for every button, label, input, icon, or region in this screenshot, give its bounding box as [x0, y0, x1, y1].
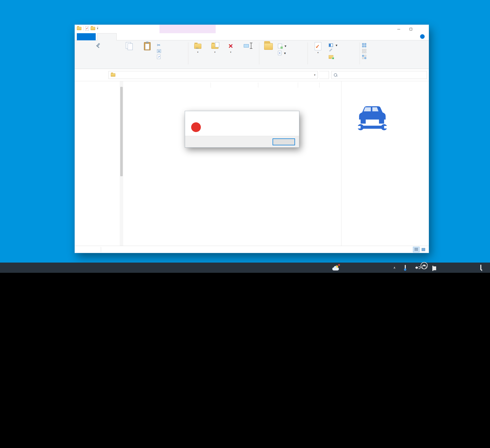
divider [360, 42, 360, 64]
error-dialog [185, 111, 299, 147]
column-headers [123, 81, 341, 89]
divider [188, 42, 188, 64]
file-list [123, 81, 341, 246]
easy-access-icon: ≡ [278, 51, 281, 55]
group-label-new [261, 63, 307, 68]
copy-button[interactable] [121, 41, 138, 62]
group-label-open [312, 63, 343, 68]
history-button[interactable] [329, 54, 335, 60]
desktop[interactable]: ✓ ▾ [0, 0, 490, 273]
address-bar[interactable]: ▾ [108, 71, 318, 79]
properties-button[interactable]: ✓ ▾ [309, 41, 327, 62]
screen-cast-icon[interactable] [405, 265, 406, 276]
move-to-button[interactable]: ← ▾ [190, 41, 206, 62]
tab-file[interactable] [77, 33, 96, 40]
ok-button[interactable] [273, 138, 295, 145]
status-bar [75, 246, 429, 253]
copy-to-button[interactable]: ▾ [207, 41, 223, 62]
cut-button[interactable]: ✂ [157, 42, 162, 48]
scroll-up-icon[interactable] [120, 81, 123, 85]
screen: ✓ ▾ [0, 0, 490, 448]
group-label-select [362, 63, 403, 68]
divider [308, 42, 308, 64]
divider [83, 26, 83, 31]
ribbon-tab-row [75, 33, 429, 40]
list-view-icon [414, 248, 418, 251]
close-button[interactable] [417, 25, 429, 33]
delete-button[interactable]: × ▾ [224, 41, 238, 62]
grid-view-icon [422, 248, 425, 251]
easy-access-button[interactable]: ≡ ▾ [278, 50, 286, 56]
help-icon[interactable] [420, 34, 425, 39]
window-controls [393, 25, 429, 33]
paste-button[interactable] [139, 41, 155, 62]
taskbar: ∧ [0, 263, 490, 273]
maximize-button[interactable] [405, 25, 417, 33]
invert-selection-icon [362, 55, 366, 59]
tab-home[interactable] [97, 33, 117, 40]
rename-button[interactable] [238, 41, 258, 62]
folder-icon [111, 73, 115, 77]
properties-check-icon[interactable]: ✓ [85, 26, 89, 31]
ribbon: ✂ w ↗ ← ▾ [75, 40, 429, 69]
paste-shortcut-icon: ↗ [157, 55, 161, 59]
copy-path-button[interactable]: w [157, 48, 162, 54]
scrollbar-thumb[interactable] [120, 87, 123, 176]
customize-qat-chevron-icon[interactable]: ▾ [97, 27, 98, 30]
weather-widget[interactable] [332, 263, 344, 273]
minimize-button[interactable] [393, 25, 405, 33]
new-folder-button[interactable] [261, 41, 276, 62]
move-to-icon: ← [193, 42, 202, 50]
select-none-button[interactable] [362, 48, 368, 54]
details-pane [341, 81, 429, 246]
scissors-icon: ✂ [157, 43, 160, 48]
action-center-icon[interactable] [480, 265, 481, 275]
details-view-button[interactable] [413, 247, 420, 252]
tray-overflow-chevron-icon[interactable]: ∧ [393, 266, 396, 276]
paste-icon [144, 42, 151, 50]
new-item-button[interactable]: ▾ [278, 43, 286, 49]
divider [259, 42, 259, 64]
open-icon [329, 43, 333, 47]
explorer-window: ✓ ▾ [75, 25, 429, 253]
dialog-close-button[interactable] [288, 111, 299, 119]
tab-app-tools[interactable] [164, 33, 216, 40]
title-bar[interactable]: ✓ ▾ [75, 25, 429, 33]
folder-icon[interactable] [77, 27, 81, 30]
edit-button[interactable] [329, 48, 334, 54]
contextual-tab-header [160, 25, 216, 33]
copy-icon [126, 42, 133, 50]
navigation-bar: ▾ [75, 69, 429, 81]
tab-view[interactable] [143, 33, 160, 40]
pushpin-icon [94, 42, 102, 50]
pin-to-quick-access-button[interactable] [77, 41, 119, 62]
address-dropdown-chevron-icon[interactable]: ▾ [314, 73, 315, 77]
paste-shortcut-button[interactable]: ↗ [157, 54, 162, 60]
tab-share[interactable] [118, 33, 142, 40]
invert-selection-button[interactable] [362, 54, 368, 60]
group-label-clipboard [133, 63, 177, 68]
history-icon [329, 55, 333, 59]
new-folder-icon[interactable] [91, 27, 95, 30]
error-icon [191, 122, 201, 132]
delete-x-icon: × [228, 42, 233, 50]
copy-path-icon: w [157, 49, 161, 53]
select-all-button[interactable] [362, 42, 368, 48]
search-input[interactable] [331, 71, 427, 79]
car-app-preview-icon [356, 103, 389, 130]
properties-icon: ✓ [315, 42, 321, 50]
select-none-icon [362, 49, 366, 53]
rename-icon [244, 42, 252, 50]
sidebar-scrollbar[interactable] [120, 81, 123, 246]
new-folder-icon [264, 43, 273, 50]
thumbnails-view-button[interactable] [420, 247, 427, 252]
quick-access-toolbar: ✓ ▾ [77, 26, 98, 31]
battery-icon[interactable] [432, 266, 433, 276]
copy-to-icon [211, 42, 219, 50]
select-all-icon [362, 43, 366, 47]
scroll-down-icon[interactable] [120, 242, 123, 246]
refresh-button[interactable] [319, 71, 329, 79]
search-icon [334, 73, 337, 77]
open-button[interactable]: ▾ [329, 42, 337, 48]
new-item-icon [278, 44, 282, 48]
